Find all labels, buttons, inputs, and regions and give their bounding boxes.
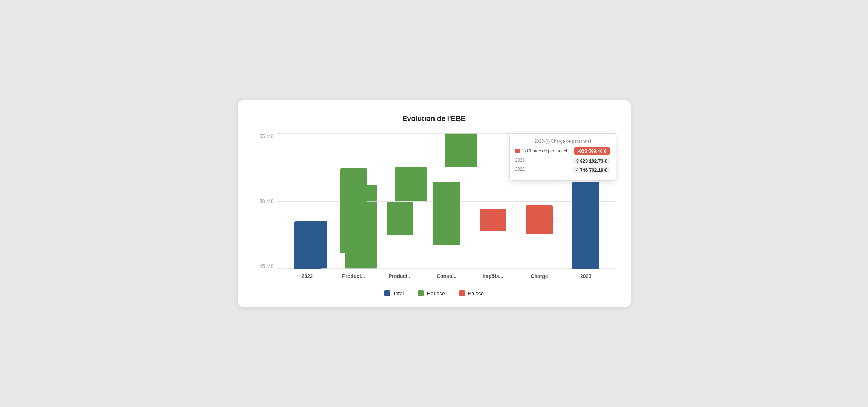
legend-dot-total: [384, 290, 390, 296]
x-label-impots: Impôts...: [470, 273, 516, 279]
bar-product2-rect: [387, 202, 413, 235]
bar-2022-rect: [294, 222, 321, 269]
x-label-conso: Conso...: [423, 273, 470, 279]
legend-label-baisse: Baisse: [468, 290, 484, 296]
bar-charge-rect: [526, 205, 553, 234]
x-label-product2: Product...: [377, 273, 423, 279]
legend: Total Hausse Baisse: [252, 290, 616, 296]
bar-group-conso: [423, 133, 470, 269]
tooltip-label-charge: (-) Charge de personnel: [515, 148, 567, 153]
chart-card: Evolution de l'EBE 55 M€ 50 M€ 45 M€: [238, 100, 631, 307]
bar-product1-rect: [340, 168, 367, 253]
tooltip-year-2022: 2022 4 746 702,19 €: [515, 167, 610, 173]
x-label-2022: 2022: [284, 273, 331, 279]
x-axis: 2022 Product... Product... Conso... Impô…: [277, 269, 616, 283]
bar-group-product2: [377, 133, 423, 269]
x-label-product1: Product...: [331, 273, 377, 279]
tooltip-value-2022: 4 746 702,19 €: [573, 167, 610, 173]
tooltip-title: 2023-(-) Charge de personnel: [515, 139, 610, 144]
bar-group-2022: [284, 133, 331, 269]
tooltip-value-2023: 3 923 102,73 €: [573, 158, 610, 164]
bar-group-product1: [331, 133, 377, 269]
tooltip-label-text: (-) Charge de personnel: [522, 148, 567, 153]
y-label-50: 50 M€: [260, 198, 274, 204]
bar-conso-rect: [433, 182, 460, 245]
legend-label-total: Total: [393, 290, 404, 296]
y-label-55: 55 M€: [260, 133, 274, 139]
legend-total: Total: [384, 290, 404, 296]
legend-baisse: Baisse: [459, 290, 484, 296]
legend-dot-baisse: [459, 290, 465, 296]
tooltip-value-charge: -823 599,46 €: [574, 147, 610, 155]
tooltip-row-charge: (-) Charge de personnel -823 599,46 €: [515, 147, 610, 155]
legend-label-hausse: Hausse: [427, 290, 445, 296]
y-label-45: 45 M€: [260, 263, 274, 269]
bar-2023-rect: [572, 182, 599, 269]
tooltip: 2023-(-) Charge de personnel (-) Charge …: [509, 133, 616, 181]
chart-title: Evolution de l'EBE: [252, 115, 616, 123]
legend-dot-hausse: [418, 290, 424, 296]
legend-hausse: Hausse: [418, 290, 445, 296]
y-axis: 55 M€ 50 M€ 45 M€: [252, 133, 277, 269]
tooltip-dot-charge: [515, 149, 520, 153]
tooltip-year-2022-label: 2022: [515, 167, 525, 173]
x-label-charge: Charge: [516, 273, 563, 279]
tooltip-year-2023-label: 2023: [515, 158, 525, 164]
bar-impots-rect: [480, 209, 506, 231]
x-label-2023: 2023: [563, 273, 609, 279]
tooltip-year-2023: 2023 3 923 102,73 €: [515, 158, 610, 164]
